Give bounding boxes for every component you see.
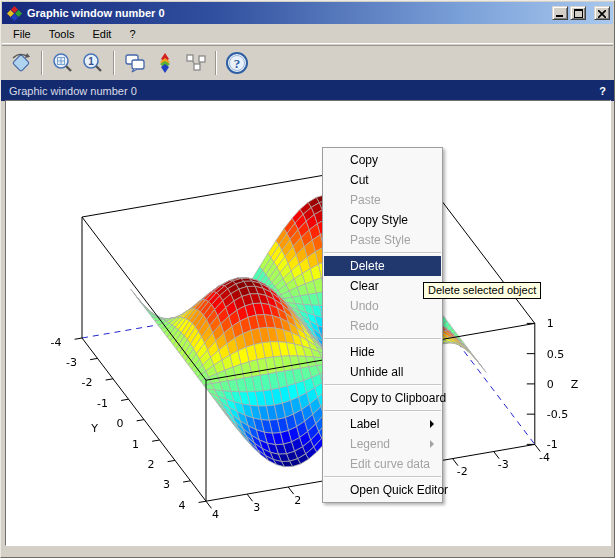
- menu-item-open-quick-editor[interactable]: Open Quick Editor: [324, 480, 441, 500]
- maximize-button[interactable]: [570, 6, 586, 20]
- titlebar: Graphic window number 0: [2, 2, 613, 24]
- menu-item-legend: Legend: [324, 434, 441, 454]
- menu-item-label[interactable]: Label: [324, 414, 441, 434]
- menu-item-paste-style: Paste Style: [324, 230, 441, 250]
- menu-item-copy-to-clipboard[interactable]: Copy to Clipboard: [324, 388, 441, 408]
- rotate-icon: [9, 51, 33, 75]
- toolbar-separator: [113, 51, 115, 75]
- minimize-icon: [556, 15, 564, 18]
- toolbar-separator: [41, 51, 43, 75]
- infobar-help-icon[interactable]: ?: [599, 85, 606, 97]
- submenu-arrow-icon: [430, 420, 434, 428]
- menu-item-copy[interactable]: Copy: [324, 150, 441, 170]
- menu-item-delete[interactable]: Delete: [324, 256, 441, 276]
- infobar-title: Graphic window number 0: [9, 85, 137, 97]
- graphic-window: Graphic window number 0 File Tools Edit …: [0, 0, 615, 558]
- plot-area: [5, 100, 611, 546]
- menu-separator: [324, 476, 441, 478]
- rotate-button[interactable]: [6, 49, 36, 77]
- original-view-button[interactable]: 1: [78, 49, 108, 77]
- help-icon: ?: [225, 51, 249, 75]
- maximize-icon: [574, 9, 583, 18]
- menu-edit[interactable]: Edit: [83, 26, 120, 42]
- menu-help[interactable]: ?: [120, 26, 144, 42]
- zoom-area-icon: [51, 51, 75, 75]
- ged-colorful-icon: [153, 51, 177, 75]
- node-graph-icon: [183, 51, 207, 75]
- plot-canvas[interactable]: [6, 101, 610, 545]
- help-button[interactable]: ?: [222, 49, 252, 77]
- tooltip: Delete selected object: [423, 282, 541, 299]
- window-title: Graphic window number 0: [27, 7, 552, 19]
- menu-item-paste: Paste: [324, 190, 441, 210]
- menu-item-copy-style[interactable]: Copy Style: [324, 210, 441, 230]
- menu-separator: [324, 252, 441, 254]
- menu-separator: [324, 410, 441, 412]
- menu-separator: [324, 338, 441, 340]
- menu-item-edit-curve-data: Edit curve data: [324, 454, 441, 474]
- ged-button[interactable]: [150, 49, 180, 77]
- context-menu: CopyCutPasteCopy StylePaste StyleDeleteC…: [322, 147, 443, 503]
- speech-bubbles-icon: [123, 51, 147, 75]
- scilab-app-icon: [7, 6, 22, 21]
- original-view-icon: 1: [81, 51, 105, 75]
- menu-item-cut[interactable]: Cut: [324, 170, 441, 190]
- menu-file[interactable]: File: [4, 26, 40, 42]
- submenu-arrow-icon: [430, 440, 434, 448]
- menu-item-redo: Redo: [324, 316, 441, 336]
- menu-item-undo: Undo: [324, 296, 441, 316]
- menu-tools[interactable]: Tools: [40, 26, 84, 42]
- menubar: File Tools Edit ?: [1, 24, 614, 43]
- toolbar: 1: [1, 46, 614, 79]
- close-icon: [598, 10, 606, 18]
- menu-item-unhide-all[interactable]: Unhide all: [324, 362, 441, 382]
- zoom-area-button[interactable]: [48, 49, 78, 77]
- svg-text:?: ?: [234, 55, 241, 70]
- close-button[interactable]: [594, 6, 610, 20]
- menu-item-hide[interactable]: Hide: [324, 342, 441, 362]
- menu-separator: [324, 384, 441, 386]
- figure-infobar: Graphic window number 0 ?: [1, 80, 614, 101]
- minimize-button[interactable]: [552, 6, 568, 20]
- quick-editor-button[interactable]: [120, 49, 150, 77]
- svg-text:1: 1: [88, 56, 94, 67]
- toolbar-separator: [215, 51, 217, 75]
- datatips-button[interactable]: [180, 49, 210, 77]
